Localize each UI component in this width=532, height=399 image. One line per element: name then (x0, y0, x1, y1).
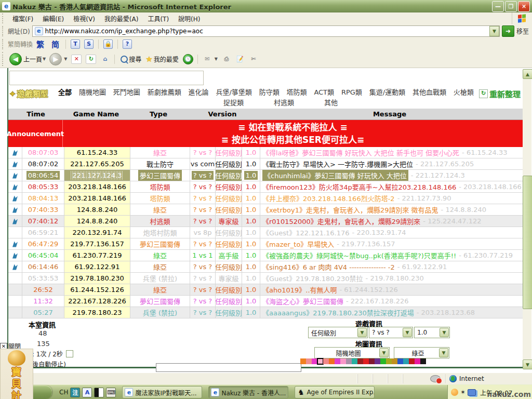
menu-item-1[interactable]: 編輯(E) (38, 13, 69, 24)
tab-集遊/運動類[interactable]: 集遊/運動類 (369, 87, 405, 97)
tab-防守類[interactable]: 防守類 (259, 87, 280, 97)
palette-color-7[interactable] (340, 358, 346, 364)
announcement-row[interactable]: Announcement ≡ 如在對戰系統不能拉人 ≡ ≡ 按此公告轉用其他SE… (8, 120, 523, 147)
address-dropdown-button[interactable]: ▼ (489, 26, 499, 36)
search-label[interactable]: 搜尋 (129, 55, 141, 63)
mail-dropdown-icon[interactable]: ▼ (215, 57, 218, 61)
palette-color-4[interactable] (323, 358, 329, 364)
ime-mode-icon[interactable]: A (82, 388, 92, 397)
tab-全部[interactable]: 全部 (58, 87, 72, 97)
table-row[interactable]: 07:40:12124.8.8.240村逃類? vs ?專家級1.0《r0101… (8, 216, 523, 227)
ad-banner[interactable]: 寶貝計劃 (0, 349, 33, 399)
palette-color-14[interactable] (380, 358, 386, 364)
ime-pad-icon[interactable] (94, 388, 104, 397)
tab-捉捉類[interactable]: 捉捉類 (223, 97, 244, 107)
home-icon[interactable]: ⌂ (100, 55, 110, 63)
row-message[interactable]: 《r010152000》走鬼村，會玩者入，爛縣29請別來- 125.224.47… (260, 216, 523, 227)
announcement-line2[interactable]: ≡ 按此公告轉用其他SER便可拉人≡ (221, 134, 364, 146)
row-game-ip[interactable]: 219.77.136.157 (64, 238, 130, 249)
row-message[interactable]: 《井上櫻奈》203.218.148.166烈火防塔-2- 221.127.73.… (260, 193, 523, 204)
row-message[interactable]: 《Guest》122.121.16.176- 220.132.91.74 (260, 227, 523, 238)
palette-color-20[interactable] (415, 358, 420, 364)
mail-icon[interactable]: ✉ (203, 55, 212, 63)
back-icon[interactable]: ◀ (9, 53, 22, 65)
table-row[interactable]: 26:5261.244.152.126綠亞? vs ?任何級別1.0《aho10… (8, 284, 523, 296)
trad-convert-icon[interactable]: T (71, 39, 80, 49)
table-row[interactable]: 06:45:0461.230.77.219綠亞1 vs 1高手級1.0《被強姦的… (8, 250, 523, 261)
table-row[interactable]: 11:32222.167.128.226夢幻三國蜀傳? vs ?任何級別1.0《… (8, 296, 523, 307)
palette-color-1[interactable] (306, 358, 312, 364)
close-button[interactable]: ✕ (518, 1, 530, 12)
table-row[interactable]: 05:33:53219.78.180.230兵堡 (禁拉)? vs ?專家級1.… (8, 273, 523, 284)
palette-color-17[interactable] (397, 358, 403, 364)
menu-item-0[interactable]: 檔案(F) (8, 13, 38, 24)
version-select[interactable]: 1.0▼ (414, 327, 450, 338)
edit-icon[interactable]: 📝 (235, 55, 245, 63)
row-message[interactable]: 《海盜之心》夢幻三國蜀傳- 222.167.128.226 (260, 296, 523, 307)
row-message[interactable]: 《aaaaangus》219.78.180.230禁拉深夜打返場- 203.21… (260, 307, 523, 318)
minimize-button[interactable]: — (492, 1, 504, 12)
history-icon[interactable]: 🕒 (183, 54, 193, 64)
row-message[interactable]: 《戰士防守》早場快入> 一字防守.爆機團>大把位- 221.127.65.205 (260, 158, 523, 169)
auto-speak-checkbox[interactable] (66, 350, 73, 357)
palette-color-2[interactable] (312, 358, 317, 364)
palette-color-9[interactable] (352, 358, 357, 364)
announcement-line1[interactable]: ≡ 如在對戰系統不能拉人 ≡ (238, 121, 347, 134)
row-game-ip[interactable]: 61.230.77.219 (64, 250, 130, 261)
simp-convert-icon[interactable]: S (84, 39, 94, 49)
tab-其他[interactable]: 其他 (324, 97, 338, 107)
table-row[interactable]: 06:47:29219.77.136.157夢幻三國蜀傳? vs ?任何級別1.… (8, 238, 523, 250)
tab-其他血戰類[interactable]: 其他血戰類 (413, 87, 446, 97)
language-indicator[interactable]: CH (59, 389, 68, 396)
map-name-select[interactable]: 綠亞▼ (394, 347, 449, 358)
scroll-thumb[interactable] (523, 176, 532, 309)
row-game-ip[interactable]: 219.78.180.23 (64, 307, 130, 318)
row-message[interactable]: 《aho1019》..有無人啊- 61.244.152.126 (260, 284, 523, 295)
tab-死鬥地圖[interactable]: 死鬥地圖 (113, 87, 140, 97)
simplified-chinese-button[interactable]: 简 (51, 38, 59, 49)
row-game-ip[interactable]: 219.78.180.230 (64, 273, 130, 284)
tab-村逃類[interactable]: 村逃類 (274, 97, 294, 107)
palette-color-15[interactable] (386, 358, 392, 364)
vertical-scrollbar[interactable]: ▲ ▼ (523, 69, 531, 369)
table-row[interactable]: 08:05:33203.218.148.166塔防類? vs ?任何級別1.0《… (8, 181, 523, 193)
maximize-button[interactable]: ❐ (505, 1, 517, 12)
table-row[interactable]: 07:40:33124.8.8.240綠亞? vs ?任何級別1.0《xetrb… (8, 204, 523, 216)
favorites-label[interactable]: 我的最愛 (154, 55, 179, 63)
taskbar-button-1[interactable]: eNakuz 樂古 - 香港人... (208, 386, 288, 398)
palette-color-19[interactable] (409, 358, 415, 364)
palette-color-13[interactable] (375, 358, 380, 364)
table-row[interactable]: 06:14:4661.92.122.91綠亞? vs ?任何級別1.0《sing… (8, 261, 523, 273)
privacy-blocked-icon[interactable] (430, 375, 441, 382)
palette-color-8[interactable] (346, 358, 352, 364)
ime-icon[interactable]: 注 (70, 388, 80, 397)
row-message[interactable]: 《xetrboy1》走鬼村，會玩者入，爛縣29請別來 徵有品鬼- 124.8.8… (260, 204, 523, 215)
palette-color-10[interactable] (357, 358, 363, 364)
tab-隨機地圖[interactable]: 隨機地圖 (79, 87, 106, 97)
row-game-ip[interactable]: 61.15.24.33 (64, 147, 130, 158)
toolbar-grip[interactable] (2, 39, 6, 49)
traditional-chinese-button[interactable]: 繁 (36, 38, 44, 49)
level-select[interactable]: 任何級別▼ (308, 327, 368, 338)
row-game-ip[interactable]: 221.127.65.205 (64, 158, 130, 169)
toolbar-grip[interactable] (2, 52, 6, 65)
tab-新劇推薦類[interactable]: 新劇推薦類 (148, 87, 181, 97)
scroll-up-button[interactable]: ▲ (523, 69, 532, 79)
table-row[interactable]: 08:06:54221.127.124.3夢幻三國蜀傳? vs ?任何級別1.0… (8, 170, 523, 181)
go-label[interactable]: 移至 (516, 26, 529, 35)
keyboard-icon[interactable]: ⌨ (106, 388, 116, 397)
palette-color-0[interactable] (300, 358, 306, 364)
row-game-ip[interactable]: 61.244.152.126 (64, 284, 130, 295)
row-message[interactable]: 《Guest》219.78.180.230禁拉- 219.78.180.230 (260, 273, 523, 284)
menu-item-5[interactable]: 說明(H) (174, 13, 205, 24)
row-game-ip[interactable]: 220.132.91.74 (64, 227, 130, 238)
table-row[interactable]: 06:59:21220.132.91.74炮塔村防類vs 8p任何級別1.0《G… (8, 227, 523, 238)
row-game-ip[interactable]: 221.127.124.3 (64, 170, 130, 181)
row-message[interactable]: 《sing416》6 ar 肉肉 4V4 --------------- -2-… (260, 261, 523, 272)
menu-item-4[interactable]: 工具(T) (143, 13, 174, 24)
favorites-star-icon[interactable]: ★ (145, 55, 152, 64)
row-message[interactable]: 《chunhimlai》夢幻三國蜀傳 好玩快入 大把位- 221.127.124… (260, 170, 523, 181)
row-game-ip[interactable]: 61.92.122.91 (64, 261, 130, 272)
help-icon[interactable]: ? (123, 39, 132, 49)
tray-smiley-icon[interactable] (451, 389, 458, 396)
